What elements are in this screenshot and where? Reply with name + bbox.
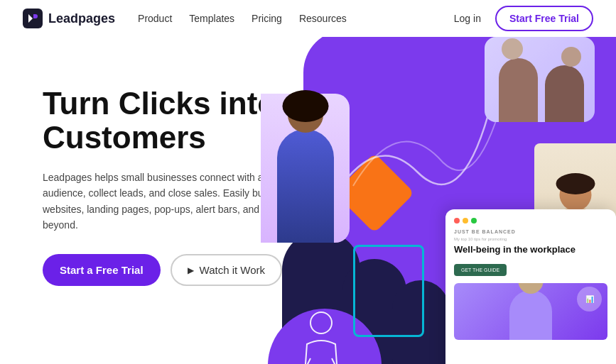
navbar: Leadpages Product Templates Pricing Reso… <box>0 0 616 37</box>
watch-it-work-button[interactable]: ▶ Watch it Work <box>171 254 283 286</box>
nav-link-resources[interactable]: Resources <box>299 13 347 24</box>
login-link[interactable]: Log in <box>454 13 481 24</box>
nav-link-product[interactable]: Product <box>138 13 172 24</box>
nav-links: Product Templates Pricing Resources <box>138 12 347 25</box>
nav-item-pricing[interactable]: Pricing <box>252 12 282 25</box>
navbar-right: Log in Start Free Trial <box>454 6 593 31</box>
nav-link-templates[interactable]: Templates <box>189 13 234 24</box>
nav-item-product[interactable]: Product <box>138 12 172 25</box>
dot-yellow <box>463 218 468 224</box>
mockup-title: Well-being in the workplace <box>454 244 607 256</box>
person-image-top-right <box>485 37 595 122</box>
hero-description: Leadpages helps small businesses connect… <box>43 170 277 233</box>
play-icon: ▶ <box>188 265 194 275</box>
nav-item-resources[interactable]: Resources <box>299 12 347 25</box>
mockup-window-dots <box>454 218 607 224</box>
teal-border-decoration <box>353 245 424 337</box>
logo[interactable]: Leadpages <box>23 9 115 28</box>
mockup-image-area: 📊 <box>454 283 607 340</box>
svg-point-1 <box>310 312 332 333</box>
nav-link-pricing[interactable]: Pricing <box>252 13 282 24</box>
hero-buttons: Start a Free Trial ▶ Watch it Work <box>43 254 282 286</box>
person-image-left-mid <box>261 94 350 243</box>
start-free-trial-hero-button[interactable]: Start a Free Trial <box>43 254 161 286</box>
hero-section: Turn Clicks into Customers Leadpages hel… <box>0 37 616 364</box>
mockup-subtitle: My top 10 tips for promoting <box>454 237 607 241</box>
watch-it-work-label: Watch it Work <box>200 264 266 276</box>
mockup-tag: JUST BE BALANCED <box>454 229 607 234</box>
mockup-cta-button: GET THE GUIDE <box>454 264 507 276</box>
hero-title-line2: Customers <box>43 120 206 155</box>
navbar-left: Leadpages Product Templates Pricing Reso… <box>23 9 347 28</box>
hero-visual: JUST BE BALANCED My top 10 tips for prom… <box>261 37 616 364</box>
dot-red <box>454 218 460 224</box>
hero-content: Turn Clicks into Customers Leadpages hel… <box>43 65 282 286</box>
landing-page-mockup: JUST BE BALANCED My top 10 tips for prom… <box>445 209 616 364</box>
brand-name: Leadpages <box>48 11 115 26</box>
hero-title: Turn Clicks into Customers <box>43 87 282 155</box>
logo-icon <box>23 9 43 28</box>
hero-title-line1: Turn Clicks into <box>43 86 276 121</box>
nav-item-templates[interactable]: Templates <box>189 12 234 25</box>
person-outline-decoration <box>296 309 346 364</box>
dot-green <box>471 218 477 224</box>
start-free-trial-button[interactable]: Start Free Trial <box>495 6 593 31</box>
